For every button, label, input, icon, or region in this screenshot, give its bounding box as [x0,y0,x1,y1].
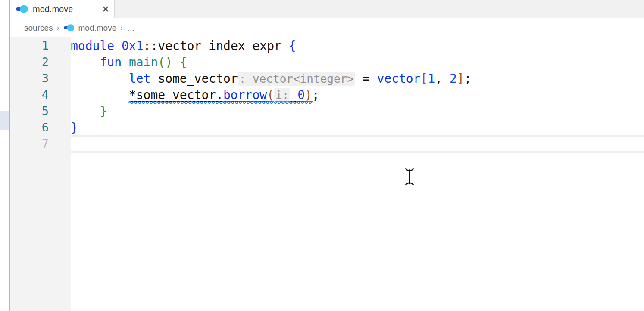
left-edge-accent-block [0,111,9,130]
code-token: module [71,39,122,53]
tab-bar-empty-space [115,0,644,18]
code-token [71,72,129,86]
text-ibeam-cursor-pointer [404,167,415,187]
code-token: borrow [223,88,267,102]
breadcrumb-item-sources[interactable]: sources [24,23,53,33]
code-token: *some_vector. [129,88,223,102]
code-line[interactable]: } [71,120,644,136]
code-token: { [180,55,187,69]
diagnostic-squiggle [129,101,312,104]
code-token: ; [464,72,472,86]
move-language-icon [16,4,28,14]
code-token: ] [457,72,464,86]
code-token: some_vector [158,72,238,86]
code-token [71,104,100,118]
code-token [71,88,129,102]
code-token: 0 [297,88,305,102]
tab-label: mod.move [33,4,73,14]
tab-mod-move[interactable]: mod.move ✕ [10,0,115,18]
chevron-right-icon: › [57,23,59,32]
line-number[interactable]: 4 [10,87,71,103]
code-line[interactable]: fun main() { [71,54,644,71]
code-token: , [435,72,450,86]
code-token: 0x1 [122,39,144,53]
code-token: } [71,121,78,135]
code-token: () [158,55,172,69]
line-number[interactable]: 3 [10,70,71,87]
code-token: vector [377,72,420,86]
code-token: [ [421,72,428,86]
code-token: 2 [450,72,457,86]
code-token: } [100,104,107,118]
close-icon[interactable]: ✕ [102,5,109,13]
code-token: let [129,72,158,86]
code-token: { [289,39,296,53]
move-language-icon [63,24,75,32]
code-token: ( [267,88,274,102]
code-token: ; [312,88,319,102]
code-token: ) [305,88,312,102]
chevron-right-icon: › [120,23,123,32]
tab-bar: mod.move ✕ [10,0,644,18]
code-token [71,55,100,69]
line-number[interactable]: 2 [10,54,71,70]
code-token: = [355,72,377,86]
line-number[interactable]: 7 [10,136,71,152]
line-number[interactable]: 6 [10,119,71,136]
line-number[interactable]: 1 [10,37,71,54]
code-token: : vector<integer> [238,72,355,86]
code-line[interactable] [71,136,644,152]
code-token: i: [274,88,290,102]
code-token: main [129,55,158,69]
code-token: ::vector_index_expr [144,39,289,53]
code-token [172,55,180,69]
window-left-edge [0,0,10,311]
breadcrumb-item-file[interactable]: mod.move [78,23,117,33]
code-token: fun [100,55,128,69]
breadcrumb: sources › mod.move › … [10,18,644,37]
line-number[interactable]: 5 [10,103,71,119]
editor-gutter: 1234567 [10,37,71,311]
code-line[interactable]: module 0x1::vector_index_expr { [71,38,644,54]
breadcrumb-item-symbol[interactable]: … [127,23,135,33]
editor-code-area[interactable]: module 0x1::vector_index_expr { fun main… [71,38,644,152]
code-line[interactable]: } [71,103,644,120]
code-token: 1 [428,72,435,86]
code-line[interactable]: let some_vector: vector<integer> = vecto… [71,71,644,87]
code-token [290,88,297,102]
